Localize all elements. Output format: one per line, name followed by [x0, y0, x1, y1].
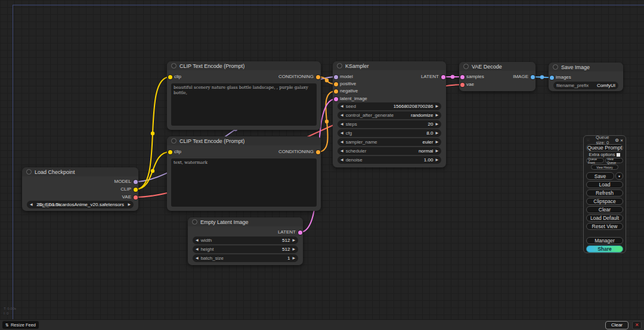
collapse-dot[interactable] — [192, 219, 197, 225]
wire-dot-cond2[interactable] — [325, 120, 329, 123]
port-label-vae: vae — [466, 81, 474, 88]
stepper-right-icon[interactable]: ▶ — [292, 254, 295, 262]
extra-options-checkbox[interactable] — [617, 153, 620, 157]
stepper-right-icon[interactable]: ▶ — [435, 138, 438, 146]
widget-denoise[interactable]: ◀ denoise 1.00 ▶ — [338, 156, 441, 164]
load-button[interactable]: Load — [586, 181, 623, 188]
port-dot-latent-image[interactable] — [334, 97, 338, 101]
clipspace-button[interactable]: Clipspace — [586, 198, 623, 205]
resize-feed-button[interactable]: ⇅ Resize Feed — [2, 321, 39, 329]
queue-prompt-button[interactable]: Queue Prompt — [586, 144, 623, 151]
share-button[interactable]: Share — [586, 245, 623, 253]
widget-width[interactable]: ◀ width 512 ▶ — [193, 236, 298, 244]
stepper-right-icon[interactable]: ▶ — [435, 111, 438, 119]
port-dot-negative[interactable] — [334, 89, 338, 94]
widget-scheduler[interactable]: ◀ scheduler normal ▶ — [338, 147, 441, 155]
node-title: CLIP Text Encode (Prompt) — [179, 63, 244, 69]
widget-batch-size[interactable]: ◀ batch_size 1 ▶ — [193, 254, 298, 262]
node-vae-decode[interactable]: VAE Decode samples vae IMAGE — [459, 62, 535, 91]
stepper-left-icon[interactable]: ◀ — [196, 245, 199, 253]
stepper-right-icon[interactable]: ▶ — [128, 201, 131, 208]
settings-gear-icon[interactable]: ⚙ — [615, 138, 619, 143]
wire-dot-cond1[interactable] — [325, 79, 329, 82]
stepper-left-icon[interactable]: ◀ — [340, 147, 343, 155]
port-dot-latent-out[interactable] — [298, 231, 302, 235]
port-dot-vae[interactable] — [460, 83, 465, 87]
stepper-left-icon[interactable]: ◀ — [340, 156, 343, 164]
collapse-dot[interactable] — [171, 138, 177, 144]
port-dot-clip[interactable] — [134, 188, 138, 192]
stepper-right-icon[interactable]: ▶ — [435, 156, 438, 164]
collapse-dot[interactable] — [463, 64, 469, 69]
collapse-dot[interactable] — [553, 64, 558, 70]
port-dot-latent-out[interactable] — [441, 75, 445, 79]
node-clip-text-encode-positive[interactable]: CLIP Text Encode (Prompt) clip CONDITION… — [167, 61, 321, 130]
node-ksampler[interactable]: KSampler model positive negative latent_… — [333, 61, 446, 167]
port-dot-samples[interactable] — [460, 75, 465, 79]
feed-clear-button[interactable]: Clear — [605, 321, 628, 329]
feed-close-button[interactable]: ✕ — [632, 321, 642, 329]
stepper-left-icon[interactable]: ◀ — [340, 120, 343, 128]
stepper-right-icon[interactable]: ▶ — [292, 245, 295, 253]
collapse-dot[interactable] — [171, 63, 177, 69]
wire-dot-clip1[interactable] — [151, 132, 154, 135]
save-dropdown-button[interactable]: ▾ — [615, 172, 623, 180]
prompt-textarea[interactable]: beautiful scenery nature glass bottle la… — [171, 83, 317, 126]
port-dot-image-out[interactable] — [531, 75, 535, 79]
collapse-dot[interactable] — [337, 63, 342, 69]
stepper-right-icon[interactable]: ▶ — [435, 120, 438, 128]
widget-filename-prefix[interactable]: filename_prefix ComfyUI — [553, 82, 618, 89]
prompt-textarea[interactable]: text, watermark — [171, 158, 317, 207]
widget-ckpt-name[interactable]: ◀ ckpt_name 2D_SD1.5\cardosAnime_v20.saf… — [27, 201, 134, 208]
stepper-left-icon[interactable]: ◀ — [196, 254, 199, 262]
view-history-button[interactable]: View History — [591, 164, 618, 170]
stepper-right-icon[interactable]: ▶ — [435, 102, 438, 110]
node-empty-latent-image[interactable]: Empty Latent Image LATENT ◀ width 512 ▶ … — [188, 217, 303, 265]
workflow-boundary-left — [13, 5, 13, 319]
graph-canvas[interactable]: Load Checkpoint MODEL CLIP VAE ◀ ckpt_na… — [0, 0, 644, 330]
reset-view-button[interactable]: Reset View — [586, 223, 623, 230]
widget-height[interactable]: ◀ height 512 ▶ — [193, 245, 298, 253]
stepper-right-icon[interactable]: ▶ — [435, 147, 438, 155]
queue-front-button[interactable]: Queue Front — [586, 158, 604, 163]
wire-dot-clip2[interactable] — [151, 169, 154, 173]
port-label-image-out: IMAGE — [513, 73, 528, 80]
stepper-left-icon[interactable]: ◀ — [340, 129, 343, 137]
load-default-button[interactable]: Load Default — [586, 214, 623, 222]
stepper-left-icon[interactable]: ◀ — [196, 236, 199, 244]
refresh-button[interactable]: Refresh — [586, 189, 623, 197]
save-button[interactable]: Save — [586, 172, 614, 180]
node-clip-text-encode-negative[interactable]: CLIP Text Encode (Prompt) clip CONDITION… — [167, 136, 321, 211]
stepper-right-icon[interactable]: ▶ — [292, 236, 295, 244]
clear-button[interactable]: Clear — [586, 206, 623, 213]
port-dot-images[interactable] — [550, 76, 554, 80]
port-dot-clip-in[interactable] — [168, 150, 172, 154]
port-label-clip-in: clip — [174, 148, 181, 155]
panel-close-icon[interactable]: ✕ — [620, 138, 623, 142]
port-dot-conditioning[interactable] — [316, 75, 320, 79]
view-queue-button[interactable]: View Queue — [605, 158, 623, 163]
port-dot-clip-in[interactable] — [168, 75, 172, 79]
node-save-image[interactable]: Save Image images filename_prefix ComfyU… — [549, 63, 623, 91]
node-load-checkpoint[interactable]: Load Checkpoint MODEL CLIP VAE ◀ ckpt_na… — [22, 167, 138, 211]
stepper-left-icon[interactable]: ◀ — [30, 201, 33, 208]
stepper-left-icon[interactable]: ◀ — [340, 111, 343, 119]
wire-dot-latent2[interactable] — [451, 75, 454, 79]
widget-sampler-name[interactable]: ◀ sampler_name euler ▶ — [338, 138, 441, 146]
port-dot-vae[interactable] — [134, 195, 138, 200]
wire-dot-image[interactable] — [540, 75, 544, 79]
widget-cfg[interactable]: ◀ cfg 8.0 ▶ — [338, 129, 441, 137]
manager-button[interactable]: Manager — [586, 237, 623, 244]
stepper-left-icon[interactable]: ◀ — [340, 138, 343, 146]
widget-control-after-generate[interactable]: ◀ control_after_generate randomize ▶ — [338, 111, 441, 119]
widget-steps[interactable]: ◀ steps 20 ▶ — [338, 120, 441, 128]
stepper-right-icon[interactable]: ▶ — [435, 129, 438, 137]
port-dot-conditioning[interactable] — [316, 150, 320, 154]
port-dot-model[interactable] — [334, 75, 338, 79]
port-dot-positive[interactable] — [334, 82, 338, 86]
port-dot-model[interactable] — [134, 180, 138, 184]
stepper-left-icon[interactable]: ◀ — [340, 102, 343, 110]
drag-handle-icon[interactable]: ⁙ — [586, 138, 590, 143]
collapse-dot[interactable] — [26, 169, 32, 175]
widget-seed[interactable]: ◀ seed 156680208700286 ▶ — [338, 102, 441, 110]
